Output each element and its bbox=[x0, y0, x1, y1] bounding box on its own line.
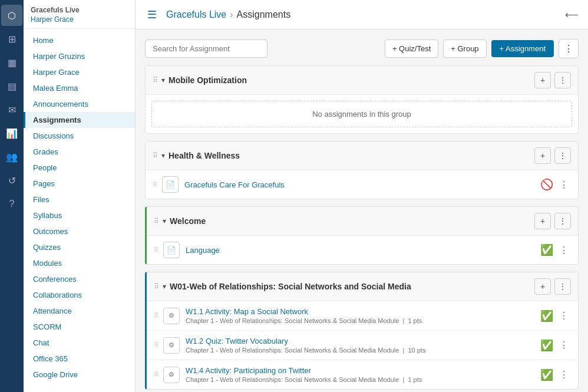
assignment-item: ⠿ 📄 Language ✅ ⋮ bbox=[147, 236, 578, 264]
sidebar-item-grades[interactable]: Grades bbox=[24, 144, 135, 160]
assignment-item: ⠿ ⚙ W1.1 Activity: Map a Social Network … bbox=[147, 301, 578, 331]
group-more-button[interactable]: ⋮ bbox=[554, 147, 571, 164]
sidebar-item-attendance[interactable]: Attendance bbox=[24, 303, 135, 319]
dashboard-icon[interactable]: ⊞ bbox=[1, 28, 22, 50]
more-options-button[interactable]: ⋮ bbox=[559, 39, 579, 58]
sidebar-item-syllabus[interactable]: Syllabus bbox=[24, 207, 135, 223]
item-drag-handle[interactable]: ⠿ bbox=[154, 312, 158, 319]
status-complete-icon: ✅ bbox=[540, 339, 553, 352]
group-welcome: ⠿ ▾ Welcome + ⋮ ⠿ 📄 Language ✅ ⋮ bbox=[145, 206, 579, 265]
item-drag-handle[interactable]: ⠿ bbox=[154, 246, 158, 254]
logo-icon[interactable]: ⬡ bbox=[1, 5, 22, 26]
group-header-health-wellness: ⠿ ▾ Health & Wellness + ⋮ bbox=[146, 141, 578, 170]
group-header-w01: ⠿ ▾ W01-Web of Relationships: Social Net… bbox=[147, 272, 578, 301]
add-item-button[interactable]: + bbox=[534, 278, 551, 295]
group-title: Welcome bbox=[170, 216, 534, 226]
calendar-icon[interactable]: ▤ bbox=[1, 75, 22, 97]
item-actions: ✅ ⋮ bbox=[540, 309, 571, 322]
hamburger-button[interactable]: ☰ bbox=[145, 6, 159, 24]
sidebar-item-malea-emma[interactable]: Malea Emma bbox=[24, 80, 135, 96]
item-drag-handle[interactable]: ⠿ bbox=[154, 341, 158, 349]
sidebar: Gracefuls Live Harper Grace Home Harper … bbox=[24, 0, 136, 392]
sidebar-item-quizzes[interactable]: Quizzes bbox=[24, 239, 135, 255]
top-bar: ☰ Gracefuls Live › Assignments ⟵ bbox=[136, 0, 588, 29]
inbox-icon[interactable]: ✉ bbox=[1, 99, 22, 120]
drag-handle-icon[interactable]: ⠿ bbox=[154, 217, 159, 225]
group-title: Health & Wellness bbox=[169, 151, 534, 160]
sidebar-item-scorm[interactable]: SCORM bbox=[24, 319, 135, 335]
help-icon[interactable]: ? bbox=[1, 193, 22, 215]
drag-handle-icon[interactable]: ⠿ bbox=[153, 76, 158, 84]
assignment-icon: ⚙ bbox=[163, 367, 180, 383]
sidebar-item-people[interactable]: People bbox=[24, 160, 135, 176]
group-more-button[interactable]: ⋮ bbox=[554, 213, 571, 229]
item-drag-handle[interactable]: ⠿ bbox=[154, 371, 158, 378]
item-more-button[interactable]: ⋮ bbox=[557, 243, 571, 257]
group-title: W01-Web of Relationships: Social Network… bbox=[170, 282, 534, 291]
sidebar-item-home[interactable]: Home bbox=[24, 32, 135, 48]
collapse-arrow-icon[interactable]: ▾ bbox=[161, 151, 165, 160]
search-input[interactable] bbox=[145, 39, 267, 58]
assignment-icon: 📄 bbox=[162, 176, 179, 193]
sidebar-item-files[interactable]: Files bbox=[24, 192, 135, 207]
sidebar-item-announcements[interactable]: Announcements bbox=[24, 96, 135, 112]
item-more-button[interactable]: ⋮ bbox=[557, 309, 571, 322]
assignment-icon: ⚙ bbox=[163, 337, 180, 354]
sidebar-item-office365[interactable]: Office 365 bbox=[24, 351, 135, 367]
sidebar-item-conferences[interactable]: Conferences bbox=[24, 271, 135, 287]
item-actions: 🚫 ⋮ bbox=[540, 178, 571, 192]
sidebar-item-modules[interactable]: Modules bbox=[24, 255, 135, 271]
item-drag-handle[interactable]: ⠿ bbox=[153, 181, 157, 189]
item-actions: ✅ ⋮ bbox=[540, 243, 571, 257]
add-item-button[interactable]: + bbox=[534, 213, 551, 229]
item-content: Gracefuls Care For Gracefuls bbox=[184, 180, 536, 189]
icon-bar: ⬡ ⊞ ▦ ▤ ✉ 📊 👥 ↺ ? bbox=[0, 0, 24, 392]
sidebar-item-collaborations[interactable]: Collaborations bbox=[24, 287, 135, 303]
add-quiz-test-button[interactable]: + Quiz/Test bbox=[385, 39, 438, 58]
group-more-button[interactable]: ⋮ bbox=[554, 278, 571, 295]
item-title[interactable]: W1.4 Activity: Participating on Twitter bbox=[186, 366, 536, 375]
drag-handle-icon[interactable]: ⠿ bbox=[153, 151, 158, 160]
item-meta: Chapter 1 - Web of Relationships: Social… bbox=[186, 376, 536, 383]
courses-icon[interactable]: ▦ bbox=[1, 52, 22, 73]
sidebar-item-discussions[interactable]: Discussions bbox=[24, 128, 135, 144]
sidebar-item-pages[interactable]: Pages bbox=[24, 176, 135, 192]
sidebar-item-google-drive[interactable]: Google Drive bbox=[24, 367, 135, 383]
status-complete-icon: ✅ bbox=[540, 243, 553, 256]
sidebar-item-harper-gruzins[interactable]: Harper Gruzins bbox=[24, 48, 135, 64]
group-more-button[interactable]: ⋮ bbox=[554, 72, 571, 88]
breadcrumb-course[interactable]: Gracefuls Live bbox=[166, 9, 226, 20]
sidebar-header: Gracefuls Live Harper Grace bbox=[24, 0, 135, 29]
grades-icon[interactable]: 📊 bbox=[1, 123, 22, 144]
group-health-wellness: ⠿ ▾ Health & Wellness + ⋮ ⠿ 📄 Gracefuls … bbox=[145, 141, 579, 199]
item-title[interactable]: W1.1 Activity: Map a Social Network bbox=[186, 307, 536, 316]
history-icon[interactable]: ↺ bbox=[1, 170, 22, 191]
breadcrumb-page: Assignments bbox=[237, 9, 291, 20]
item-more-button[interactable]: ⋮ bbox=[557, 178, 571, 192]
sidebar-item-assignments[interactable]: Assignments bbox=[24, 112, 135, 128]
item-more-button[interactable]: ⋮ bbox=[557, 338, 571, 352]
item-title[interactable]: W1.2 Quiz: Twitter Vocabulary bbox=[186, 337, 536, 345]
add-group-button[interactable]: + Group bbox=[443, 39, 486, 58]
group-title: Mobile Optimization bbox=[169, 75, 534, 85]
sidebar-item-chat[interactable]: Chat bbox=[24, 335, 135, 351]
groups-icon[interactable]: 👥 bbox=[1, 146, 22, 167]
add-assignment-button[interactable]: + Assignment bbox=[491, 40, 554, 57]
collapse-nav-button[interactable]: ⟵ bbox=[565, 9, 579, 20]
sidebar-item-harper-grace[interactable]: Harper Grace bbox=[24, 64, 135, 80]
item-title[interactable]: Gracefuls Care For Gracefuls bbox=[184, 180, 536, 189]
add-item-button[interactable]: + bbox=[534, 147, 551, 164]
item-title[interactable]: Language bbox=[186, 246, 536, 255]
sidebar-user[interactable]: Harper Grace bbox=[31, 15, 128, 24]
sidebar-item-outcomes[interactable]: Outcomes bbox=[24, 223, 135, 239]
add-item-button[interactable]: + bbox=[534, 72, 551, 88]
assignment-item: ⠿ ⚙ W1.4 Activity: Participating on Twit… bbox=[147, 360, 578, 389]
drag-handle-icon[interactable]: ⠿ bbox=[154, 282, 159, 291]
empty-group-message: No assignments in this group bbox=[151, 101, 572, 127]
item-more-button[interactable]: ⋮ bbox=[557, 368, 571, 381]
collapse-arrow-icon[interactable]: ▾ bbox=[163, 217, 166, 225]
main-area: ☰ Gracefuls Live › Assignments ⟵ + Quiz/… bbox=[136, 0, 588, 392]
collapse-arrow-icon[interactable]: ▾ bbox=[163, 282, 166, 291]
sidebar-nav: Home Harper Gruzins Harper Grace Malea E… bbox=[24, 29, 135, 392]
collapse-arrow-icon[interactable]: ▾ bbox=[161, 76, 165, 84]
